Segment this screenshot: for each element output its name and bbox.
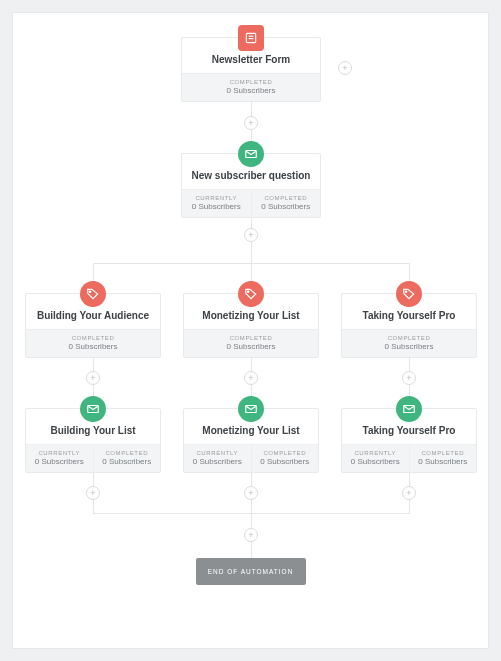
stat-bar: COMPLETED 0 Subscribers [26,329,160,357]
stat: CURRENTLY 0 Subscribers [342,445,410,472]
node-taking-yourself-pro-seq[interactable]: Taking Yourself Pro CURRENTLY 0 Subscrib… [341,408,477,473]
stat-bar: COMPLETED 0 Subscribers [182,73,320,101]
stat: COMPLETED 0 Subscribers [252,190,321,217]
stat: COMPLETED 0 Subscribers [182,74,320,101]
svg-point-4 [89,291,90,292]
stat-bar: CURRENTLY 0 Subscribers COMPLETED 0 Subs… [342,444,476,472]
tag-icon [396,281,422,307]
mail-icon [396,396,422,422]
mail-icon [80,396,106,422]
stat: COMPLETED 0 Subscribers [184,330,318,357]
stat: COMPLETED 0 Subscribers [26,330,160,357]
form-icon [238,25,264,51]
stat: COMPLETED 0 Subscribers [410,445,477,472]
add-step-button[interactable]: + [86,486,100,500]
stat: COMPLETED 0 Subscribers [342,330,476,357]
svg-point-6 [405,291,406,292]
stat: COMPLETED 0 Subscribers [252,445,319,472]
node-building-your-list[interactable]: Building Your List CURRENTLY 0 Subscribe… [25,408,161,473]
stat-bar: CURRENTLY 0 Subscribers COMPLETED 0 Subs… [26,444,160,472]
svg-point-5 [247,291,248,292]
node-newsletter-form[interactable]: Newsletter Form COMPLETED 0 Subscribers [181,37,321,102]
add-step-button[interactable]: + [338,61,352,75]
tag-icon [238,281,264,307]
stat-bar: CURRENTLY 0 Subscribers COMPLETED 0 Subs… [182,189,320,217]
tag-icon [80,281,106,307]
mail-icon [238,396,264,422]
node-new-subscriber-question[interactable]: New subscriber question CURRENTLY 0 Subs… [181,153,321,218]
add-step-button[interactable]: + [244,371,258,385]
node-building-your-audience[interactable]: Building Your Audience COMPLETED 0 Subsc… [25,293,161,358]
node-monetizing-your-list-seq[interactable]: Monetizing Your List CURRENTLY 0 Subscri… [183,408,319,473]
stat-bar: CURRENTLY 0 Subscribers COMPLETED 0 Subs… [184,444,318,472]
add-step-button[interactable]: + [244,116,258,130]
stat: CURRENTLY 0 Subscribers [26,445,94,472]
add-step-button[interactable]: + [244,486,258,500]
add-step-button[interactable]: + [402,371,416,385]
automation-canvas: Newsletter Form COMPLETED 0 Subscribers … [12,12,489,649]
stat: CURRENTLY 0 Subscribers [182,190,252,217]
add-step-button[interactable]: + [244,528,258,542]
end-of-automation: END OF AUTOMATION [196,558,306,585]
add-step-button[interactable]: + [402,486,416,500]
node-monetizing-your-list[interactable]: Monetizing Your List COMPLETED 0 Subscri… [183,293,319,358]
add-step-button[interactable]: + [86,371,100,385]
stat-bar: COMPLETED 0 Subscribers [342,329,476,357]
stat: CURRENTLY 0 Subscribers [184,445,252,472]
stat-bar: COMPLETED 0 Subscribers [184,329,318,357]
mail-icon [238,141,264,167]
node-taking-yourself-pro[interactable]: Taking Yourself Pro COMPLETED 0 Subscrib… [341,293,477,358]
stat: COMPLETED 0 Subscribers [94,445,161,472]
add-step-button[interactable]: + [244,228,258,242]
